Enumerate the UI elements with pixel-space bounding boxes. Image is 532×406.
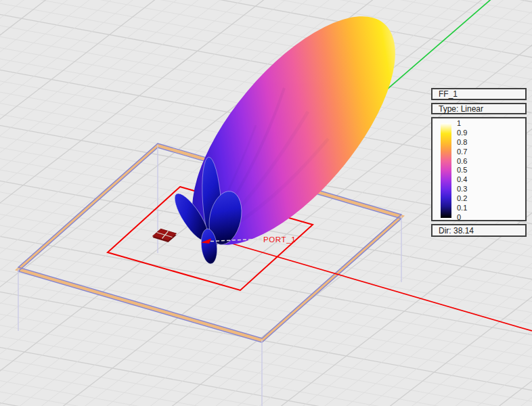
tick-label: 0.7 [457, 148, 484, 156]
legend-title-text: FF_1 [439, 89, 458, 99]
tick-label: 0.5 [457, 166, 484, 175]
3d-viewport[interactable]: PORT_1 FF_1 Type: Linear 1 0.9 0.8 0.7 0… [0, 0, 532, 406]
legend-directivity: Dir: 38.14 [431, 224, 527, 237]
legend-type-text: Type: Linear [439, 104, 483, 114]
colorbar-tick-labels: 1 0.9 0.8 0.7 0.6 0.5 0.4 0.3 0.2 0.1 0 [457, 119, 484, 222]
farfield-legend: FF_1 Type: Linear 1 0.9 0.8 0.7 0.6 0.5 … [431, 88, 527, 240]
tick-label: 0.2 [457, 194, 484, 203]
tick-label: 0.1 [457, 204, 484, 212]
legend-scale-type: Type: Linear [431, 103, 527, 114]
tick-label: 0.3 [457, 185, 484, 194]
colorbar-gradient [441, 123, 451, 218]
tick-label: 0.9 [457, 129, 484, 137]
tick-label: 0.8 [457, 138, 484, 147]
port-label: PORT_1 [263, 235, 296, 244]
tick-label: 1 [457, 119, 484, 128]
tick-label: 0.4 [457, 175, 484, 184]
colorbar: 1 0.9 0.8 0.7 0.6 0.5 0.4 0.3 0.2 0.1 0 [431, 117, 527, 221]
tick-label: 0.6 [457, 157, 484, 166]
legend-title: FF_1 [431, 88, 527, 100]
tick-label: 0 [457, 213, 484, 222]
legend-dir-text: Dir: 38.14 [439, 226, 474, 235]
patch-antenna[interactable] [153, 229, 177, 242]
